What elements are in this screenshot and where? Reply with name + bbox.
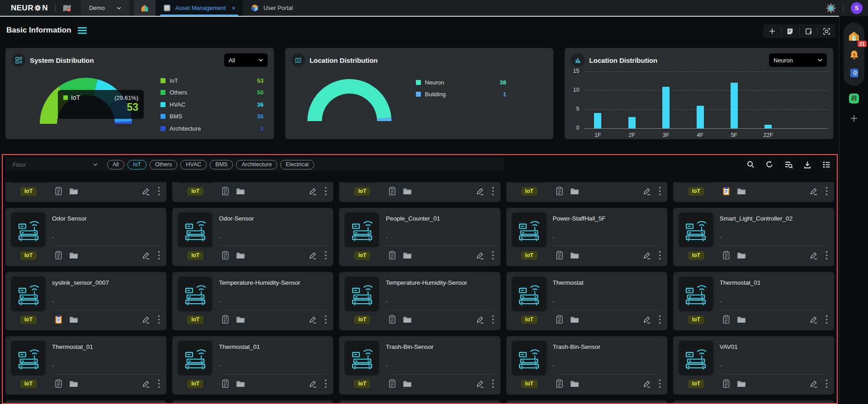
folder-icon[interactable] [236, 252, 245, 259]
tab-close-icon[interactable]: × [232, 5, 236, 12]
folder-icon[interactable] [570, 316, 579, 323]
clipboard-icon[interactable] [55, 251, 62, 260]
edit-icon[interactable] [142, 187, 150, 195]
folder-icon[interactable] [69, 252, 78, 259]
kebab-menu-icon[interactable] [826, 251, 828, 260]
asset-card[interactable]: - IoT [172, 182, 333, 202]
asset-card[interactable]: Odor-Sensor - IoT [172, 208, 333, 266]
download-button[interactable] [800, 158, 815, 171]
clipboard-icon[interactable] [388, 315, 396, 324]
folder-icon[interactable] [69, 316, 78, 323]
floor-select[interactable]: Floor [13, 161, 98, 168]
system-filter-dropdown[interactable]: All [224, 53, 268, 67]
edit-icon[interactable] [309, 187, 317, 195]
clipboard-icon[interactable] [556, 187, 563, 196]
asset-card[interactable]: Temperature-Humidity-Sensor - IoT [339, 272, 500, 330]
clipboard-icon[interactable] [222, 251, 229, 260]
edit-icon[interactable] [309, 315, 317, 324]
kebab-menu-icon[interactable] [325, 187, 327, 196]
kebab-menu-icon[interactable] [492, 379, 494, 388]
edit-icon[interactable] [643, 251, 651, 259]
clipboard-icon[interactable] [388, 187, 396, 196]
tab-user-portal[interactable]: User Portal [243, 0, 300, 16]
kebab-menu-icon[interactable] [158, 379, 160, 388]
kebab-menu-icon[interactable] [158, 251, 160, 260]
filter-chip-bms[interactable]: BMS [210, 160, 233, 169]
asset-card[interactable]: Thermostat - IoT [506, 272, 667, 330]
section-menu-icon[interactable] [78, 27, 87, 34]
avatar[interactable]: S [851, 2, 863, 14]
filter-chip-architecture[interactable]: Architecture [236, 160, 277, 169]
bar-filter-dropdown[interactable]: Neuron [769, 53, 827, 67]
asset-card[interactable]: Trash-Bin-Sensor - IoT [506, 336, 667, 395]
tab-home[interactable] [134, 0, 156, 16]
edit-icon[interactable] [643, 187, 651, 195]
clipboard-icon[interactable] [388, 379, 396, 388]
asset-card[interactable]: People_Counter_01 - IoT [339, 208, 500, 266]
kebab-menu-icon[interactable] [325, 315, 327, 324]
edit-icon[interactable] [643, 380, 651, 388]
folder-icon[interactable] [69, 380, 78, 387]
clipboard-icon[interactable] [55, 187, 62, 196]
edit-icon[interactable] [142, 380, 150, 388]
notification-bell-icon[interactable] [849, 49, 860, 61]
asset-card[interactable]: Trash-Bin-Sensor - IoT [339, 336, 500, 395]
asset-card[interactable]: VAV01 - IoT [673, 336, 834, 395]
kebab-menu-icon[interactable] [826, 379, 828, 388]
clipboard-icon[interactable] [222, 379, 229, 388]
clipboard-icon[interactable] [556, 315, 563, 324]
folder-icon[interactable] [737, 380, 746, 387]
folder-icon[interactable] [737, 188, 746, 195]
folder-icon[interactable] [737, 316, 746, 323]
list-view-button[interactable] [819, 158, 834, 171]
asset-card[interactable]: - IoT [339, 182, 500, 202]
folder-icon[interactable] [236, 188, 245, 195]
folder-icon[interactable] [403, 316, 412, 323]
asset-card[interactable]: Thermostat_01 - IoT [673, 272, 834, 330]
kebab-menu-icon[interactable] [659, 187, 661, 196]
folder-icon[interactable] [403, 380, 412, 387]
edit-icon[interactable] [142, 251, 150, 259]
clipboard-icon[interactable] [722, 379, 730, 388]
kebab-menu-icon[interactable] [325, 379, 327, 388]
filter-chip-electrical[interactable]: Electrical [280, 160, 314, 169]
edit-icon[interactable] [810, 251, 818, 259]
edit-icon[interactable] [810, 187, 818, 195]
asset-card[interactable]: - IoT [673, 182, 834, 202]
asset-card[interactable]: - IoT [506, 182, 667, 202]
asset-card[interactable]: Thermostat_01 - IoT [172, 336, 333, 395]
clipboard-icon[interactable] [722, 251, 730, 260]
folder-icon[interactable] [236, 380, 245, 387]
kebab-menu-icon[interactable] [158, 315, 160, 324]
clipboard-icon[interactable] [556, 251, 563, 260]
filter-chip-others[interactable]: Others [150, 160, 178, 169]
folder-icon[interactable] [570, 252, 579, 259]
clipboard-icon[interactable] [722, 315, 730, 324]
edit-icon[interactable] [476, 187, 484, 195]
integration-app-icon[interactable] [848, 93, 860, 104]
kebab-menu-icon[interactable] [659, 251, 661, 260]
kebab-menu-icon[interactable] [325, 251, 327, 260]
kebab-menu-icon[interactable] [826, 315, 828, 324]
kebab-menu-icon[interactable] [659, 379, 661, 388]
asset-card[interactable]: Temperature-Humidity-Sensor - IoT [172, 272, 333, 330]
filter-search-button[interactable] [781, 158, 796, 171]
edit-icon[interactable] [476, 251, 484, 259]
clipboard-icon[interactable] [388, 251, 396, 260]
edit-icon[interactable] [810, 380, 818, 388]
edit-icon[interactable] [643, 315, 651, 324]
asset-card[interactable]: Odor Sensor - IoT [5, 208, 166, 266]
add-button[interactable] [763, 24, 781, 38]
folder-icon[interactable] [236, 316, 245, 323]
project-dropdown[interactable]: Demo [81, 0, 129, 16]
filter-chip-hvac[interactable]: HVAC [180, 160, 207, 169]
kebab-menu-icon[interactable] [492, 315, 494, 324]
edit-icon[interactable] [142, 315, 150, 324]
folder-icon[interactable] [69, 188, 78, 195]
asset-card[interactable]: Thermostat_01 - IoT [5, 336, 166, 395]
map-button[interactable] [56, 0, 78, 16]
search-button[interactable] [743, 158, 758, 171]
kebab-menu-icon[interactable] [158, 187, 160, 196]
edit-icon[interactable] [476, 380, 484, 388]
settings-gear-icon[interactable] [826, 3, 836, 13]
